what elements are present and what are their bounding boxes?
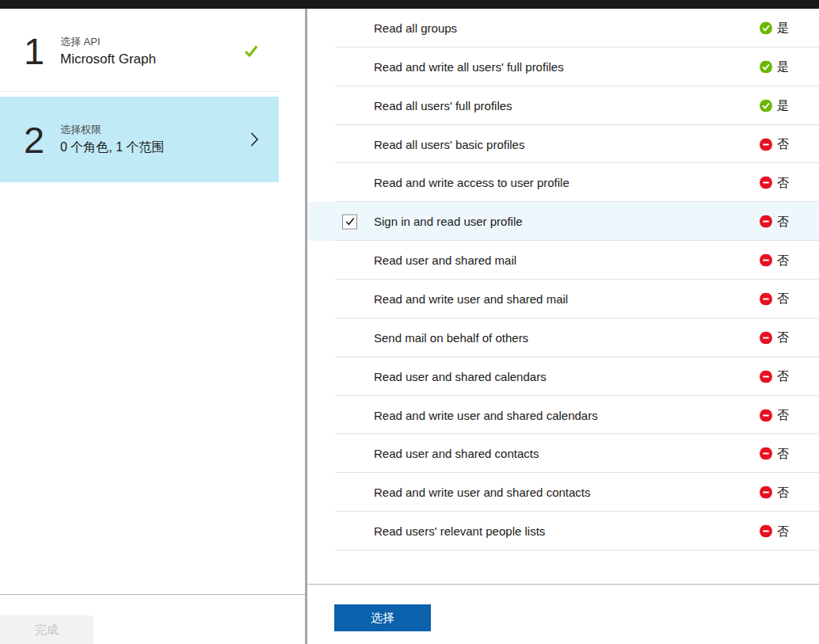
permission-row[interactable]: Read user and shared calendars否 — [307, 357, 819, 396]
step-text: 选择 API Microsoft Graph — [60, 34, 156, 67]
permission-row[interactable]: Read user and shared contacts否 — [307, 434, 819, 473]
permission-row[interactable]: Read user and shared mail否 — [307, 241, 819, 280]
permission-label: Read and write all users' full profiles — [374, 60, 564, 74]
permission-row[interactable]: Read users' relevant people lists否 — [307, 512, 819, 551]
permission-label: Read user and shared contacts — [374, 447, 539, 460]
permission-row[interactable]: Read and write user and shared contacts否 — [307, 473, 819, 512]
yes-check-icon — [760, 99, 772, 112]
no-minus-icon — [760, 370, 772, 383]
permission-label: Read and write user and shared calendars — [374, 409, 598, 422]
permission-row[interactable]: Read and write access to user profile否 — [307, 163, 819, 202]
admin-consent-label: 否 — [777, 524, 789, 539]
admin-consent-label: 否 — [777, 485, 789, 500]
admin-consent-label: 否 — [777, 137, 789, 152]
no-minus-icon — [760, 331, 772, 344]
admin-consent-label: 否 — [777, 369, 789, 384]
admin-consent-label: 否 — [777, 214, 789, 229]
admin-consent-status: 否 — [760, 137, 789, 152]
permission-row[interactable]: Sign in and read user profile否 — [307, 202, 819, 241]
select-button[interactable]: 选择 — [334, 604, 431, 631]
admin-consent-status: 否 — [760, 253, 789, 268]
no-minus-icon — [760, 215, 772, 228]
green-checkmark-icon — [243, 43, 259, 59]
no-minus-icon — [760, 525, 772, 538]
admin-consent-label: 否 — [777, 175, 789, 190]
yes-check-icon — [760, 21, 772, 34]
admin-consent-status: 否 — [760, 524, 789, 539]
admin-consent-label: 否 — [777, 446, 789, 461]
step-card-select-api[interactable]: 1 选择 API Microsoft Graph — [0, 10, 279, 92]
screen: 1 选择 API Microsoft Graph 2 选择权限 0 个角色, 1… — [0, 0, 819, 644]
admin-consent-status: 是 — [760, 59, 789, 74]
admin-consent-label: 否 — [777, 408, 789, 423]
step-value: Microsoft Graph — [60, 51, 156, 67]
permission-row[interactable]: Read all users' basic profiles否 — [307, 125, 819, 164]
permission-label: Read all groups — [374, 21, 457, 35]
admin-consent-label: 否 — [777, 253, 789, 268]
permission-label: Sign in and read user profile — [374, 215, 523, 228]
admin-consent-label: 是 — [777, 21, 789, 36]
permission-label: Read user and shared calendars — [374, 370, 547, 383]
top-black-bar — [0, 0, 819, 9]
permission-checkbox[interactable] — [342, 214, 357, 229]
no-minus-icon — [760, 254, 772, 267]
permission-label: Read all users' full profiles — [374, 99, 512, 112]
yes-check-icon — [760, 60, 772, 73]
permissions-list: Read all groups是Read and write all users… — [307, 9, 819, 551]
step-text: 选择权限 0 个角色, 1 个范围 — [60, 123, 165, 156]
chevron-right-icon — [250, 132, 259, 147]
no-minus-icon — [760, 292, 772, 305]
blade-divider — [305, 0, 307, 644]
admin-consent-status: 否 — [760, 446, 789, 461]
permission-row[interactable]: Read all groups是 — [307, 9, 819, 48]
step-card-select-permissions[interactable]: 2 选择权限 0 个角色, 1 个范围 — [0, 97, 279, 182]
no-minus-icon — [760, 409, 772, 421]
permission-label: Read and write user and shared mail — [374, 292, 568, 306]
admin-consent-label: 否 — [777, 292, 789, 307]
permission-label: Read all users' basic profiles — [374, 138, 524, 151]
admin-consent-label: 是 — [777, 98, 789, 113]
permission-label: Read users' relevant people lists — [374, 524, 545, 538]
permission-label: Read and write access to user profile — [374, 176, 569, 189]
step-label: 选择 API — [60, 34, 156, 48]
no-minus-icon — [760, 138, 772, 151]
admin-consent-status: 否 — [760, 330, 789, 345]
no-minus-icon — [760, 177, 772, 189]
step-label: 选择权限 — [60, 123, 165, 137]
no-minus-icon — [760, 448, 772, 460]
permission-row[interactable]: Read and write user and shared calendars… — [307, 396, 819, 435]
permission-label: Read user and shared mail — [374, 253, 516, 267]
admin-consent-status: 否 — [760, 175, 789, 190]
admin-consent-status: 否 — [760, 408, 789, 423]
permission-row[interactable]: Send mail on behalf of others否 — [307, 318, 819, 357]
permission-label: Read and write user and shared contacts — [374, 486, 591, 499]
step-number: 1 — [24, 32, 44, 69]
admin-consent-status: 否 — [760, 214, 789, 229]
permission-row[interactable]: Read all users' full profiles是 — [307, 86, 819, 125]
admin-consent-label: 否 — [777, 330, 789, 345]
steps-panel: 1 选择 API Microsoft Graph 2 选择权限 0 个角色, 1… — [0, 9, 305, 644]
step-value: 0 个角色, 1 个范围 — [60, 139, 165, 156]
no-minus-icon — [760, 486, 772, 499]
admin-consent-label: 是 — [777, 59, 789, 74]
left-footer-divider — [0, 594, 305, 595]
admin-consent-status: 否 — [760, 369, 789, 384]
permission-label: Send mail on behalf of others — [374, 331, 528, 345]
done-button[interactable]: 完成 — [0, 615, 93, 644]
permissions-panel: Read all groups是Read and write all users… — [307, 9, 819, 644]
permission-row[interactable]: Read and write all users' full profiles是 — [307, 48, 819, 86]
admin-consent-status: 是 — [760, 98, 789, 113]
right-footer-divider — [307, 584, 819, 585]
permission-row[interactable]: Read and write user and shared mail否 — [307, 280, 819, 318]
admin-consent-status: 是 — [760, 21, 789, 36]
admin-consent-status: 否 — [760, 485, 789, 500]
admin-consent-status: 否 — [760, 292, 789, 307]
step-number: 2 — [24, 121, 44, 158]
